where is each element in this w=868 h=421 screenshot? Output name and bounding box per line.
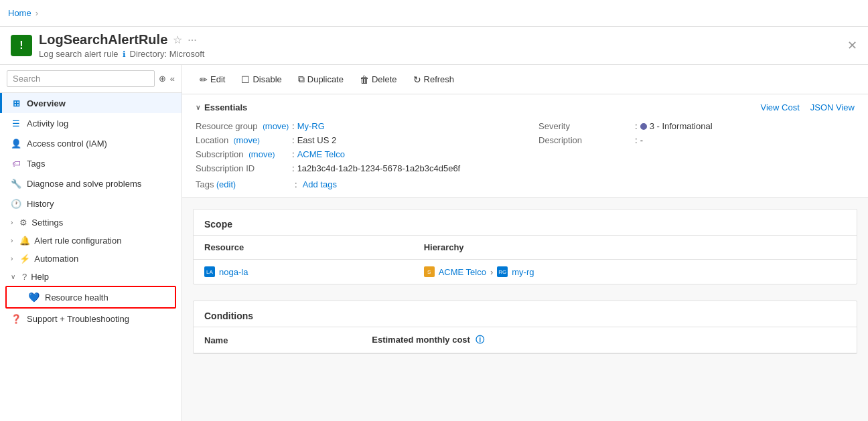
conditions-col-name: Name <box>194 327 361 353</box>
search-input[interactable] <box>7 70 155 87</box>
refresh-label: Refresh <box>424 74 455 84</box>
duplicate-label: Duplicate <box>307 74 344 84</box>
main-layout: ⊕ « ⊞ Overview ☰ Activity log 👤 Access c… <box>0 65 868 421</box>
sidebar-group-automation[interactable]: › ⚡ Automation <box>0 250 182 268</box>
scope-col-hierarchy: Hierarchy <box>413 236 857 260</box>
info-icon: ℹ <box>123 50 126 59</box>
sidebar-item-resource-health[interactable]: 💙 Resource health <box>5 286 176 309</box>
favorite-icon[interactable]: ☆ <box>173 33 182 46</box>
severity-row: Severity : 3 - Informational <box>538 119 855 133</box>
breadcrumb-bar: Home › <box>0 0 868 27</box>
essentials-section: ∨ Essentials View Cost JSON View Resou <box>182 94 868 198</box>
resource-group-move[interactable]: (move) <box>263 122 289 131</box>
scope-col-resource: Resource <box>194 236 413 260</box>
scope-section: Scope Resource Hierarchy <box>193 209 857 284</box>
support-icon: ❓ <box>11 313 21 324</box>
description-label: Description <box>538 135 632 145</box>
json-view-link[interactable]: JSON View <box>810 102 855 112</box>
scope-resource-cell: LA noga-la <box>204 266 403 277</box>
resource-header: ! LogSearchAlertRule ☆ ··· Log search al… <box>0 27 868 65</box>
subscription-row: Subscription (move) : ACME Telco <box>196 147 512 161</box>
sidebar-group-help[interactable]: ∨ ? Help <box>0 268 182 286</box>
conditions-wrapper: Conditions Name Estimated monthly cost ⓘ <box>182 301 868 365</box>
essentials-right-col: Severity : 3 - Informational Description… <box>538 119 855 175</box>
essentials-grid: Resource group (move) : My-RG Location (… <box>196 119 855 175</box>
resource-type-icon: ! <box>11 35 32 56</box>
resource-group-link[interactable]: My-RG <box>297 121 325 131</box>
overview-icon: ⊞ <box>11 98 21 108</box>
content-area: ✏ Edit ☐ Disable ⧉ Duplicate 🗑 Delete ↻ … <box>182 65 868 421</box>
subscription-label: Subscription (move) <box>196 149 289 159</box>
severity-label: Severity <box>538 121 632 131</box>
sidebar-alert-rule-label: Alert rule configuration <box>34 236 121 246</box>
help-expand-icon: ∨ <box>11 273 15 280</box>
resource-subtitle: Log search alert rule ℹ Directory: Micro… <box>39 49 204 59</box>
sidebar-help-label: Help <box>31 272 49 282</box>
subscription-link[interactable]: ACME Telco <box>297 149 345 159</box>
essentials-header: ∨ Essentials View Cost JSON View <box>196 102 855 112</box>
edit-button[interactable]: ✏ Edit <box>193 71 232 88</box>
sidebar-group-settings[interactable]: › ⚙ Settings <box>0 214 182 232</box>
sidebar-item-history-label: History <box>27 199 171 209</box>
conditions-section: Conditions Name Estimated monthly cost ⓘ <box>193 301 857 354</box>
sidebar-automation-label: Automation <box>34 254 78 264</box>
sidebar-item-support[interactable]: ❓ Support + Troubleshooting <box>0 309 182 329</box>
tags-edit-link[interactable]: (edit) <box>216 180 236 189</box>
essentials-title-text: Essentials <box>204 102 247 112</box>
resource-group-icon: RG <box>497 266 508 277</box>
subscription-value: : ACME Telco <box>292 149 345 159</box>
resource-group-value: : My-RG <box>292 121 325 131</box>
delete-button[interactable]: 🗑 Delete <box>353 71 404 88</box>
severity-value: : 3 - Informational <box>635 121 713 131</box>
refresh-button[interactable]: ↻ Refresh <box>407 71 461 88</box>
subscription-move[interactable]: (move) <box>248 151 275 159</box>
location-move[interactable]: (move) <box>234 137 260 145</box>
sidebar-settings-label: Settings <box>31 218 63 228</box>
conditions-table: Name Estimated monthly cost ⓘ <box>194 327 857 353</box>
scope-wrapper: Scope Resource Hierarchy <box>182 198 868 295</box>
resource-title: LogSearchAlertRule <box>39 32 167 48</box>
scope-row: LA noga-la S ACME Telco › RG <box>194 260 857 284</box>
sidebar-resource-health-label: Resource health <box>45 292 108 303</box>
sidebar-item-tags[interactable]: 🏷 Tags <box>0 153 182 173</box>
sidebar: ⊕ « ⊞ Overview ☰ Activity log 👤 Access c… <box>0 65 182 421</box>
settings-icon: ⚙ <box>19 218 27 228</box>
alert-rule-expand-icon: › <box>11 237 13 244</box>
hierarchy-subscription-link[interactable]: ACME Telco <box>439 267 486 277</box>
sidebar-item-overview-label: Overview <box>27 98 171 108</box>
cost-info-icon: ⓘ <box>476 335 484 345</box>
content-body: ∨ Essentials View Cost JSON View Resou <box>182 94 868 365</box>
sidebar-item-diagnose[interactable]: 🔧 Diagnose and solve problems <box>0 173 182 193</box>
sidebar-item-activity-log[interactable]: ☰ Activity log <box>0 113 182 133</box>
resource-name-link[interactable]: noga-la <box>219 267 248 277</box>
sidebar-item-overview[interactable]: ⊞ Overview <box>0 93 182 113</box>
delete-label: Delete <box>372 74 397 84</box>
scope-title: Scope <box>194 209 857 236</box>
sidebar-item-history[interactable]: 🕐 History <box>0 193 182 214</box>
breadcrumb-home[interactable]: Home <box>8 8 31 18</box>
more-options-icon[interactable]: ··· <box>188 34 196 46</box>
edit-icon: ✏ <box>200 74 208 85</box>
sidebar-group-alert-rule[interactable]: › 🔔 Alert rule configuration <box>0 232 182 250</box>
essentials-title-block[interactable]: ∨ Essentials <box>196 102 247 112</box>
duplicate-button[interactable]: ⧉ Duplicate <box>291 70 350 88</box>
add-tags-link[interactable]: Add tags <box>303 179 337 189</box>
location-row: Location (move) : East US 2 <box>196 133 512 147</box>
search-box: ⊕ « <box>0 65 182 93</box>
hierarchy-rg-link[interactable]: my-rg <box>512 267 534 277</box>
subscription-icon: S <box>424 266 435 277</box>
subscription-id-label: Subscription ID <box>196 163 289 173</box>
disable-button[interactable]: ☐ Disable <box>234 71 288 88</box>
close-icon[interactable]: ✕ <box>847 38 857 53</box>
alert-rule-icon: 🔔 <box>19 236 30 246</box>
search-icons: ⊕ « <box>159 74 175 84</box>
view-cost-link[interactable]: View Cost <box>760 102 799 112</box>
sidebar-support-label: Support + Troubleshooting <box>27 314 129 324</box>
disable-icon: ☐ <box>241 74 250 85</box>
edit-label: Edit <box>210 74 225 84</box>
resource-la-icon: LA <box>204 266 215 277</box>
search-filter-icon[interactable]: ⊕ <box>159 74 166 84</box>
duplicate-icon: ⧉ <box>298 74 305 85</box>
sidebar-item-access-control[interactable]: 👤 Access control (IAM) <box>0 133 182 153</box>
search-collapse-icon[interactable]: « <box>170 74 175 84</box>
